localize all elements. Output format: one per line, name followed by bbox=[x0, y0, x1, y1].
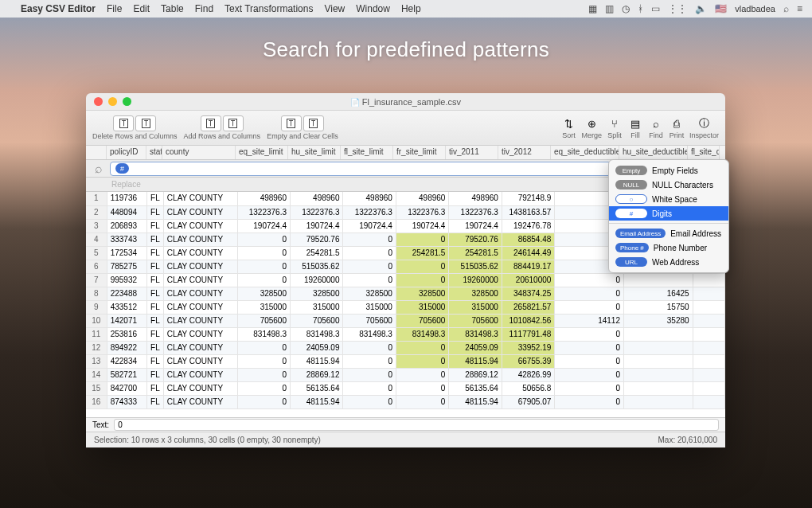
colheader-fl_site_limit[interactable]: fl_site_limit bbox=[341, 146, 393, 159]
cell[interactable]: CLAY COUNTY bbox=[163, 381, 237, 395]
toolbar-fill-button[interactable]: ▤Fill bbox=[627, 116, 643, 139]
cell[interactable] bbox=[623, 273, 693, 287]
cell[interactable]: 1117791.48 bbox=[502, 327, 554, 341]
cell[interactable]: 582721 bbox=[107, 368, 146, 381]
pattern-empty-fields[interactable]: EmptyEmpty Fields bbox=[609, 163, 728, 178]
cell[interactable]: FL bbox=[147, 327, 164, 341]
search-field[interactable]: # ⊗ bbox=[110, 162, 636, 176]
cell[interactable]: CLAY COUNTY bbox=[163, 327, 237, 341]
cell[interactable] bbox=[693, 354, 724, 368]
cell[interactable]: FL bbox=[147, 354, 164, 368]
add-rows-button[interactable]: 🅃 bbox=[201, 115, 221, 131]
cell[interactable]: 24059.09 bbox=[449, 341, 502, 354]
cell[interactable]: CLAY COUNTY bbox=[163, 314, 237, 327]
colheader-eq_site_limit[interactable]: eq_site_limit bbox=[236, 146, 288, 159]
cell[interactable]: 0 bbox=[343, 273, 396, 287]
cell[interactable]: 328500 bbox=[343, 287, 396, 300]
cell[interactable]: 16425 bbox=[623, 287, 693, 300]
table-row[interactable]: 15842700FLCLAY COUNTY056135.640056135.64… bbox=[86, 381, 725, 395]
cell[interactable]: 192476.78 bbox=[502, 219, 554, 233]
cell[interactable]: 433512 bbox=[107, 300, 146, 314]
cell[interactable] bbox=[693, 300, 724, 314]
cell[interactable]: FL bbox=[147, 233, 164, 246]
icon-notifications[interactable]: ≡ bbox=[797, 3, 802, 14]
cell[interactable]: 254281.5 bbox=[291, 246, 343, 260]
cell[interactable]: CLAY COUNTY bbox=[163, 341, 237, 354]
cell[interactable]: 498960 bbox=[449, 192, 502, 205]
cell[interactable]: 995932 bbox=[107, 273, 146, 287]
menu-table[interactable]: Table bbox=[161, 3, 184, 14]
table-row[interactable]: 9433512FLCLAY COUNTY31500031500031500031… bbox=[86, 300, 725, 314]
cell[interactable]: 348374.25 bbox=[502, 287, 554, 300]
cell[interactable]: 79520.76 bbox=[449, 233, 502, 246]
cell[interactable]: 33952.19 bbox=[502, 341, 554, 354]
cell[interactable]: FL bbox=[147, 300, 164, 314]
cell[interactable]: 1322376.3 bbox=[449, 205, 502, 219]
cell[interactable]: FL bbox=[147, 381, 164, 395]
cell[interactable]: 223488 bbox=[107, 287, 146, 300]
pattern-null-characters[interactable]: NULLNULL Characters bbox=[609, 178, 728, 192]
cell[interactable]: 0 bbox=[555, 341, 624, 354]
cell[interactable]: 206893 bbox=[107, 219, 146, 233]
cell[interactable]: 66755.39 bbox=[502, 354, 554, 368]
cell[interactable]: 48115.94 bbox=[291, 395, 343, 408]
cell[interactable] bbox=[693, 327, 724, 341]
cell[interactable] bbox=[623, 327, 693, 341]
cell[interactable]: 0 bbox=[343, 368, 396, 381]
cell[interactable]: 172534 bbox=[107, 246, 146, 260]
cell[interactable]: 315000 bbox=[237, 300, 290, 314]
cell[interactable]: 0 bbox=[343, 354, 396, 368]
cell[interactable]: 328500 bbox=[291, 287, 343, 300]
cell[interactable]: 0 bbox=[237, 260, 290, 273]
cell[interactable]: 0 bbox=[237, 354, 290, 368]
table-row[interactable]: 12894922FLCLAY COUNTY024059.090024059.09… bbox=[86, 341, 725, 354]
colheader-county[interactable]: county bbox=[162, 146, 236, 159]
cell[interactable]: 0 bbox=[343, 381, 396, 395]
toolbar-print-button[interactable]: ⎙Print bbox=[669, 116, 685, 139]
colheader-policyID[interactable]: policyID bbox=[107, 146, 146, 159]
cell[interactable]: 705600 bbox=[449, 314, 502, 327]
cell[interactable]: 831498.3 bbox=[237, 327, 290, 341]
cell[interactable]: 20610000 bbox=[502, 273, 554, 287]
toolbar-sort-button[interactable]: ⇅Sort bbox=[560, 116, 576, 139]
pattern-white-space[interactable]: ○White Space bbox=[609, 192, 728, 206]
cell[interactable]: CLAY COUNTY bbox=[163, 246, 237, 260]
toolbar-split-button[interactable]: ⑂Split bbox=[607, 116, 623, 139]
menubar-user[interactable]: vladbadea bbox=[735, 4, 775, 14]
pattern-web-address[interactable]: URLWeb Address bbox=[609, 255, 728, 269]
cell-editor-input[interactable] bbox=[114, 419, 719, 431]
cell[interactable] bbox=[693, 314, 724, 327]
cell[interactable]: 253816 bbox=[107, 327, 146, 341]
menu-edit[interactable]: Edit bbox=[133, 3, 150, 14]
table-row[interactable]: 8223488FLCLAY COUNTY32850032850032850032… bbox=[86, 287, 725, 300]
cell[interactable]: 498960 bbox=[291, 192, 343, 205]
cell[interactable]: 0 bbox=[396, 354, 448, 368]
pattern-popover[interactable]: EmptyEmpty FieldsNULLNULL Characters○Whi… bbox=[608, 159, 729, 273]
cell[interactable]: FL bbox=[147, 314, 164, 327]
delete-rows-button[interactable]: 🅃 bbox=[113, 115, 134, 131]
cell[interactable]: 315000 bbox=[343, 300, 396, 314]
cell[interactable]: FL bbox=[147, 260, 164, 273]
cell[interactable]: 831498.3 bbox=[291, 327, 343, 341]
cell[interactable]: 28869.12 bbox=[291, 368, 343, 381]
icon-volume[interactable]: 🔈 bbox=[695, 3, 707, 14]
cell[interactable]: FL bbox=[147, 341, 164, 354]
cell[interactable]: 831498.3 bbox=[396, 327, 448, 341]
cell[interactable]: 50656.8 bbox=[502, 381, 554, 395]
cell[interactable]: 422834 bbox=[107, 354, 146, 368]
cell[interactable]: 315000 bbox=[291, 300, 343, 314]
table-row[interactable]: 16874333FLCLAY COUNTY048115.940048115.94… bbox=[86, 395, 725, 408]
cell[interactable]: 48115.94 bbox=[449, 395, 502, 408]
icon-wifi[interactable]: ⋮⋮ bbox=[668, 3, 687, 14]
cell[interactable]: 14112 bbox=[555, 314, 624, 327]
cell[interactable]: 792148.9 bbox=[502, 192, 554, 205]
cell[interactable]: 0 bbox=[396, 341, 448, 354]
menu-file[interactable]: File bbox=[107, 3, 122, 14]
cell[interactable]: FL bbox=[147, 219, 164, 233]
cell[interactable]: 705600 bbox=[396, 314, 448, 327]
colheader-fr_site_limit[interactable]: fr_site_limit bbox=[393, 146, 446, 159]
cell[interactable]: 19260000 bbox=[449, 273, 502, 287]
cell[interactable]: 884419.17 bbox=[502, 260, 554, 273]
cell[interactable]: FL bbox=[147, 368, 164, 381]
cell[interactable]: 0 bbox=[396, 233, 448, 246]
